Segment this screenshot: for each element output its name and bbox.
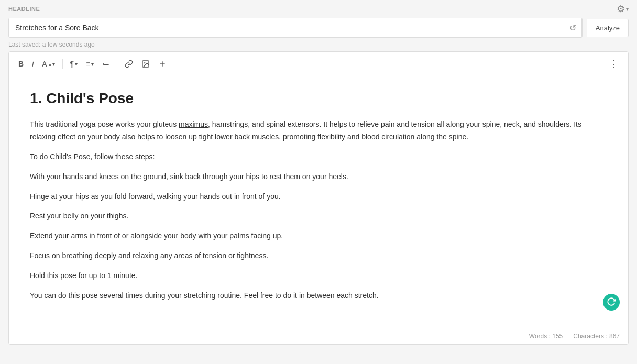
top-bar: HEADLINE ⚙ ▾ <box>0 0 637 18</box>
paragraph-7: Focus on breathing deeply and relaxing a… <box>30 250 607 262</box>
font-size-down-icon: ▾ <box>52 61 55 67</box>
more-icon: ⋮ <box>609 58 619 70</box>
paragraph-8: Hold this pose for up to 1 minute. <box>30 270 607 282</box>
history-icon[interactable]: ↺ <box>564 18 582 37</box>
headline-input-wrapper: ↺ <box>8 18 583 38</box>
ai-refresh-icon <box>607 297 616 306</box>
editor-content[interactable]: 1. Child's Pose This traditional yoga po… <box>9 76 628 328</box>
paragraph-4: Hinge at your hips as you fold forward, … <box>30 191 607 203</box>
headline-label: HEADLINE <box>8 6 40 12</box>
image-button[interactable] <box>138 58 153 70</box>
align-button[interactable]: ≡ ▾ <box>83 58 97 70</box>
link-icon <box>125 60 133 68</box>
editor-footer: Words : 155 Characters : 867 <box>9 328 628 344</box>
plus-icon <box>158 60 167 68</box>
ai-badge-button[interactable] <box>603 294 620 311</box>
font-size-button[interactable]: A ▴ ▾ <box>39 58 58 70</box>
editor-title[interactable]: 1. Child's Pose <box>30 89 607 108</box>
font-size-up-icon: ▴ <box>49 61 51 67</box>
ai-badge-label <box>607 297 616 308</box>
editor-toolbar: B i A ▴ ▾ ¶ ▾ ≡ ▾ ≔ <box>9 52 628 76</box>
bold-button[interactable]: B <box>15 58 27 70</box>
editor-container: B i A ▴ ▾ ¶ ▾ ≡ ▾ ≔ <box>8 51 629 345</box>
paragraph-5: Rest your belly on your thighs. <box>30 210 607 223</box>
paragraph-button[interactable]: ¶ ▾ <box>67 58 81 70</box>
more-options-button[interactable]: ⋮ <box>606 56 622 72</box>
settings-button[interactable]: ⚙ ▾ <box>617 3 629 15</box>
paragraph-6: Extend your arms in front of or alongsid… <box>30 230 607 242</box>
paragraph-3: With your hands and knees on the ground,… <box>30 171 607 183</box>
list-button[interactable]: ≔ <box>99 58 113 70</box>
headline-input[interactable] <box>9 18 564 37</box>
toolbar-separator-2 <box>117 59 117 69</box>
saved-status: Last saved: a few seconds ago <box>0 38 637 51</box>
word-count: Words : 155 <box>529 333 563 340</box>
link-button[interactable] <box>122 58 136 70</box>
analyze-button[interactable]: Analyze <box>587 19 629 37</box>
image-icon <box>141 60 150 68</box>
para1-link[interactable]: maximus <box>179 120 208 128</box>
headline-row: ↺ Analyze <box>0 18 637 38</box>
svg-point-1 <box>144 62 145 63</box>
gear-chevron-icon: ▾ <box>626 6 629 12</box>
align-chevron-icon: ▾ <box>91 61 94 67</box>
paragraph-9: You can do this pose several times durin… <box>30 290 607 302</box>
toolbar-separator-1 <box>62 59 63 69</box>
paragraph-chevron-icon: ▾ <box>75 61 78 67</box>
paragraph-1: This traditional yoga pose works your gl… <box>30 118 607 144</box>
plus-button[interactable] <box>155 58 170 70</box>
italic-button[interactable]: i <box>29 58 37 70</box>
para1-text-before-link: This traditional yoga pose works your gl… <box>30 120 179 128</box>
paragraph-2: To do Child's Pose, follow these steps: <box>30 151 607 163</box>
gear-icon: ⚙ <box>617 3 625 15</box>
char-count: Characters : 867 <box>573 333 620 340</box>
